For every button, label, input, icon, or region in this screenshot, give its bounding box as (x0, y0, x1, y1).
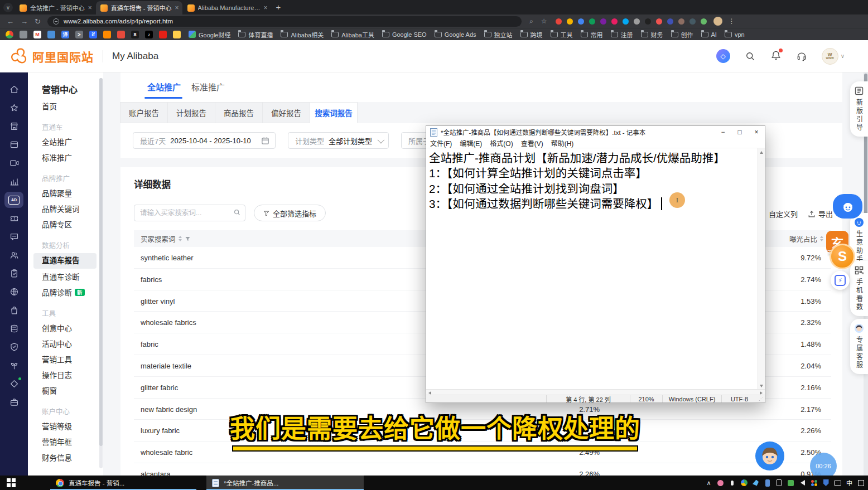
tab-close-icon[interactable]: × (175, 4, 179, 11)
tab-close-icon[interactable]: × (88, 4, 92, 11)
notepad-text[interactable]: 全站推广-推商品计划【新品加速/潜力品成长/优爆品助推】1：【如何计算全站推计划… (426, 148, 765, 212)
notepad-menu-item[interactable]: 查看(V) (517, 138, 547, 148)
tray-leaf-icon[interactable] (787, 479, 794, 487)
bookmark-favicon-icon[interactable]: > (75, 31, 83, 38)
keyword-search-input[interactable] (134, 205, 245, 221)
close-button[interactable]: × (748, 126, 765, 138)
bookmark-favicon-icon[interactable] (173, 31, 181, 38)
report-tab[interactable]: 账户报告 (120, 102, 168, 123)
assistant-wizard-icon[interactable] (833, 194, 862, 219)
sort-icons[interactable] (820, 236, 823, 241)
tray-monitor-icon[interactable] (834, 479, 841, 487)
bookmark-item[interactable]: Google Ads (435, 31, 476, 38)
side-pill-qr[interactable]: 手机看数 (850, 261, 868, 316)
rail-icon-coupon[interactable] (4, 210, 23, 226)
sidebar-item[interactable]: 活动中心 (42, 337, 103, 352)
notepad-menu-item[interactable]: 格式(O) (486, 138, 517, 148)
browser-tab[interactable]: Alibaba Manufacturer Direct...× (183, 1, 271, 14)
tab-site-promotion[interactable]: 全站推广 (147, 81, 181, 93)
sidebar-item[interactable]: 标准推广 (42, 151, 103, 166)
tray-chevron-up-icon[interactable]: ∧ (705, 479, 712, 487)
side-pill-guide[interactable]: 新版引导 (850, 81, 868, 137)
maximize-button[interactable]: □ (731, 126, 748, 138)
notepad-vertical-scrollbar[interactable] (758, 148, 765, 390)
new-tab-button[interactable]: + (276, 2, 281, 12)
report-tab[interactable]: 计划报告 (167, 102, 215, 123)
date-range-picker[interactable]: 最近7天 2025-10-04 - 2025-10-10 (133, 132, 276, 149)
bookmark-favicon-icon[interactable] (20, 31, 27, 38)
bookmark-item[interactable]: Google SEO (382, 31, 427, 38)
extension-icon[interactable] (689, 18, 696, 25)
bookmark-item[interactable]: 工具 (551, 30, 573, 39)
tray-mic-icon[interactable] (729, 479, 736, 487)
report-tab[interactable]: 搜索词报告 (310, 102, 358, 123)
extension-icon[interactable] (567, 18, 573, 25)
rail-icon-home[interactable] (4, 81, 23, 98)
extension-icon[interactable] (578, 18, 584, 25)
column-header-keyword[interactable]: 买家搜索词 (141, 234, 191, 244)
export-button[interactable]: 导出 (808, 208, 833, 219)
extension-icon[interactable] (634, 18, 640, 25)
rail-icon-shield[interactable] (4, 339, 23, 355)
rail-icon-orders[interactable] (4, 137, 23, 153)
side-pill-service[interactable]: 专属客服 (850, 319, 868, 374)
tray-usb-icon[interactable] (775, 479, 783, 487)
extension-icon[interactable] (611, 18, 618, 25)
rail-icon-briefcase[interactable] (4, 394, 23, 410)
bookmark-favicon-icon[interactable]: 译 (61, 31, 69, 38)
bookmark-item[interactable]: 注册 (611, 30, 633, 39)
forward-icon[interactable]: → (21, 17, 28, 26)
back-icon[interactable]: ← (7, 17, 14, 26)
profile-avatar[interactable] (713, 17, 722, 26)
filter-metrics-button[interactable]: 全部筛选指标 (254, 205, 326, 221)
bookmark-item[interactable]: Google财经 (189, 30, 230, 39)
bookmark-item[interactable]: AI (701, 31, 717, 38)
tab-close-icon[interactable]: × (264, 4, 268, 11)
search-icon[interactable] (745, 51, 756, 62)
headset-support-icon[interactable] (796, 51, 807, 62)
reload-icon[interactable]: ↻ (35, 17, 41, 26)
tab-search-icon[interactable]: ∨ (3, 3, 13, 12)
column-header-exposure[interactable]: 曝光占比 (789, 234, 823, 244)
brand-name[interactable]: 阿里国际站 (32, 48, 94, 65)
bookmark-item[interactable]: Alibaba工具 (331, 30, 374, 39)
rail-icon-store[interactable] (4, 118, 23, 134)
site-info-icon[interactable] (53, 18, 59, 25)
extension-icon[interactable] (589, 18, 595, 25)
skype-icon[interactable]: S (830, 244, 855, 269)
user-menu[interactable]: w WINIW ∨ (822, 48, 845, 65)
extension-icon[interactable] (556, 18, 562, 25)
filter-funnel-icon[interactable] (185, 236, 191, 242)
bookmark-item[interactable]: 跨境 (520, 30, 543, 39)
notifications-bell-icon[interactable] (770, 50, 782, 63)
bookmark-item[interactable]: 常用 (581, 30, 603, 39)
rail-icon-star[interactable] (4, 100, 23, 116)
plan-type-select[interactable]: 计划类型 全部计划类型 (288, 132, 389, 149)
tray-globe-icon[interactable] (740, 479, 748, 487)
browser-tab[interactable]: 全站推广 - 营销中心× (15, 1, 95, 14)
bookmark-favicon-icon[interactable] (6, 31, 13, 38)
sidebar-item[interactable]: 营销工具 (42, 352, 103, 368)
report-tab[interactable]: 偏好报告 (262, 102, 310, 123)
rail-icon-data[interactable] (4, 321, 23, 337)
sidebar-item[interactable]: 操作日志 (42, 368, 103, 384)
rail-icon-globe[interactable] (4, 284, 23, 300)
search-tabs-icon[interactable]: ⌕ (529, 17, 533, 25)
tray-bird-icon[interactable] (752, 479, 759, 487)
bookmark-item[interactable]: 财务 (641, 30, 663, 39)
user-avatar[interactable]: w WINIW (822, 48, 838, 65)
start-button[interactable] (0, 476, 22, 490)
sidebar-item[interactable]: 品牌关键词 (42, 202, 103, 217)
sidebar-scrollbar[interactable] (99, 78, 103, 468)
url-text[interactable]: www2.alibaba.com/ads/p4p/report.htm (64, 18, 173, 25)
sidebar-item[interactable]: 创意中心 (42, 321, 103, 337)
bookmark-favicon-icon[interactable]: 8 (131, 31, 139, 38)
extension-icon[interactable] (645, 18, 651, 25)
notepad-menu-item[interactable]: 文件(F) (426, 138, 456, 148)
browser-menu-icon[interactable]: ⋮ (728, 17, 735, 25)
bookmark-favicon-icon[interactable] (117, 31, 125, 38)
sidebar-item[interactable]: 营销年框 (42, 435, 103, 450)
notepad-window[interactable]: *全站推广-推商品【如何通过数据判断哪些关键词需要降权】.txt - 记事本 −… (426, 125, 765, 403)
notepad-menu-item[interactable]: 帮助(H) (547, 138, 578, 148)
notepad-editor[interactable]: 全站推广-推商品计划【新品加速/潜力品成长/优爆品助推】1：【如何计算全站推计划… (426, 148, 765, 390)
